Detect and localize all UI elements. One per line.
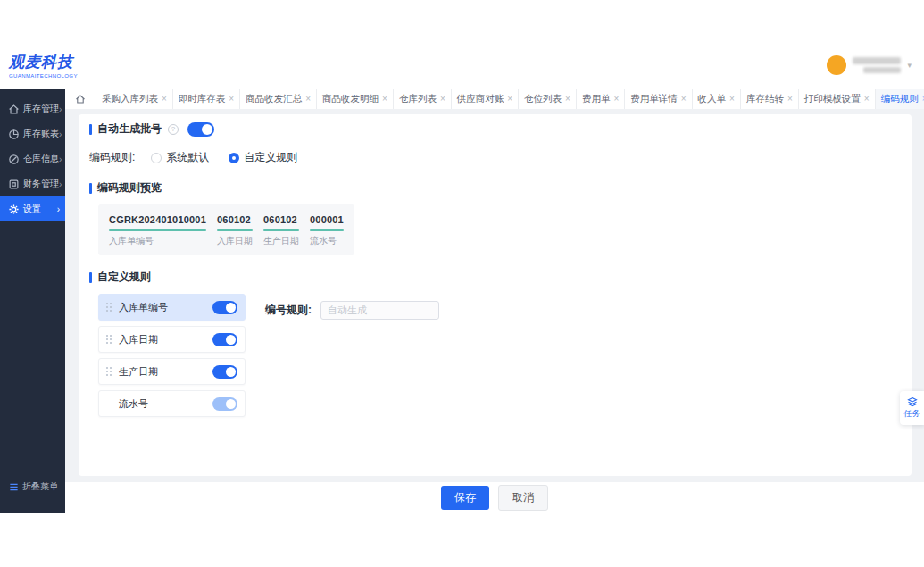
gear-icon bbox=[8, 204, 20, 215]
auto-batch-row: 自动生成批号 ? bbox=[89, 121, 901, 137]
tab[interactable]: 编码规则 × bbox=[875, 89, 924, 109]
chevron-right-icon: › bbox=[57, 204, 60, 214]
segment-underline bbox=[217, 229, 253, 231]
rule-row[interactable]: 入库日期 bbox=[98, 326, 246, 353]
preview-segment: CGRK202401010001 入库单编号 bbox=[109, 214, 206, 247]
sidebar-item-inventory-management[interactable]: 库存管理 › bbox=[0, 96, 65, 121]
ledger-icon bbox=[8, 179, 20, 190]
tab-close-icon[interactable]: × bbox=[729, 95, 735, 104]
preview-segment: 060102 生产日期 bbox=[263, 214, 299, 247]
collapse-menu-icon bbox=[9, 482, 19, 492]
tab-close-icon[interactable]: × bbox=[864, 95, 870, 104]
tab[interactable]: 即时库存表 × bbox=[172, 89, 239, 109]
sidebar-item-warehouse-info[interactable]: 仓库信息 › bbox=[0, 146, 65, 171]
rule-row[interactable]: 生产日期 bbox=[98, 358, 246, 385]
tab[interactable]: 库存结转 × bbox=[740, 89, 798, 109]
sidebar: 库存管理 › 库存账表 › 仓库信息 › 财务管理 › 设置 bbox=[0, 89, 65, 513]
coding-rule-label: 编码规则: bbox=[89, 150, 135, 165]
home-tab-icon bbox=[75, 94, 86, 104]
rule-toggle[interactable] bbox=[212, 397, 237, 411]
chevron-right-icon: › bbox=[59, 104, 62, 114]
home-tab[interactable] bbox=[65, 89, 96, 109]
chevron-down-icon: ▾ bbox=[907, 61, 912, 70]
tab-close-icon[interactable]: × bbox=[162, 95, 167, 104]
sidebar-menu: 库存管理 › 库存账表 › 仓库信息 › 财务管理 › 设置 bbox=[0, 89, 65, 221]
sidebar-item-inventory-ledger[interactable]: 库存账表 › bbox=[0, 121, 65, 146]
chevron-right-icon: › bbox=[59, 154, 62, 164]
radio-icon bbox=[229, 153, 239, 163]
rule-toggle[interactable] bbox=[212, 333, 237, 346]
tab[interactable]: 仓库列表 × bbox=[393, 89, 451, 109]
sidebar-item-finance-management[interactable]: 财务管理 › bbox=[0, 171, 65, 196]
rule-row[interactable]: 入库单编号 bbox=[98, 294, 246, 321]
tab[interactable]: 仓位列表 × bbox=[518, 89, 576, 109]
radio-option[interactable]: 系统默认 bbox=[151, 150, 209, 165]
content-area: 自动生成批号 ? 编码规则: 系统默认 自定义规则 bbox=[65, 109, 924, 513]
pie-chart-icon bbox=[8, 129, 20, 140]
brand-logo: 观麦科技 GUANMAITECHNOLOGY bbox=[9, 52, 89, 79]
help-icon[interactable]: ? bbox=[168, 124, 179, 135]
cancel-button[interactable]: 取消 bbox=[498, 485, 548, 511]
rule-row[interactable]: 流水号 bbox=[98, 390, 246, 417]
tab-close-icon[interactable]: × bbox=[382, 95, 387, 104]
brand-logo-text: 观麦科技 bbox=[9, 52, 89, 72]
coding-rule-radio-group: 系统默认 自定义规则 bbox=[151, 150, 297, 165]
drag-handle-icon[interactable] bbox=[106, 367, 112, 377]
tab[interactable]: 费用单 × bbox=[576, 89, 624, 109]
warehouse-icon bbox=[8, 154, 20, 165]
tab[interactable]: 费用单详情 × bbox=[624, 89, 691, 109]
sidebar-item-settings[interactable]: 设置 › bbox=[0, 196, 65, 221]
tab-close-icon[interactable]: × bbox=[440, 95, 445, 104]
tab[interactable]: 商品收发明细 × bbox=[316, 89, 393, 109]
brand-logo-subtext: GUANMAITECHNOLOGY bbox=[9, 73, 89, 79]
rule-toggle[interactable] bbox=[212, 301, 237, 314]
tab-close-icon[interactable]: × bbox=[787, 95, 793, 104]
number-rule-row: 编号规则: bbox=[265, 299, 439, 321]
rule-list: 入库单编号 入库日期 生产日期 流水号 bbox=[98, 294, 246, 422]
tab[interactable]: 采购入库列表 × bbox=[96, 89, 172, 109]
preview-segment: 060102 入库日期 bbox=[217, 214, 253, 247]
layers-icon bbox=[907, 396, 918, 407]
collapse-menu-label: 折叠菜单 bbox=[22, 480, 58, 493]
avatar[interactable] bbox=[827, 55, 846, 75]
segment-underline bbox=[263, 229, 299, 231]
drag-handle-icon[interactable] bbox=[106, 303, 112, 313]
tab-bar: 采购入库列表 × 即时库存表 × 商品收发汇总 × 商品收发明细 × 仓库列表 … bbox=[65, 89, 924, 109]
auto-batch-toggle[interactable] bbox=[187, 122, 214, 137]
coding-rule-preview-card: CGRK202401010001 入库单编号 060102 入库日期 06010… bbox=[98, 204, 354, 255]
rule-toggle[interactable] bbox=[212, 365, 237, 379]
tab-close-icon[interactable]: × bbox=[305, 95, 311, 104]
tab[interactable]: 供应商对账 × bbox=[451, 89, 518, 109]
task-button[interactable]: 任务 bbox=[900, 391, 924, 425]
number-rule-input[interactable] bbox=[320, 301, 439, 320]
home-icon bbox=[8, 104, 20, 115]
task-button-label: 任务 bbox=[904, 408, 920, 420]
radio-icon bbox=[151, 153, 162, 163]
tab-close-icon[interactable]: × bbox=[229, 95, 234, 104]
custom-section-title: 自定义规则 bbox=[89, 270, 901, 285]
user-account[interactable]: ▾ bbox=[827, 55, 912, 75]
tab[interactable]: 收入单 × bbox=[692, 89, 740, 109]
tab-close-icon[interactable]: × bbox=[681, 95, 687, 104]
preview-segment: 000001 流水号 bbox=[310, 214, 344, 247]
save-button[interactable]: 保存 bbox=[441, 486, 489, 510]
segment-underline bbox=[310, 229, 344, 231]
coding-rule-row: 编码规则: 系统默认 自定义规则 bbox=[89, 150, 901, 165]
tab[interactable]: 打印模板设置 × bbox=[798, 89, 875, 109]
collapse-menu-button[interactable]: 折叠菜单 bbox=[0, 480, 65, 493]
tab-close-icon[interactable]: × bbox=[565, 95, 570, 104]
content-panel: 自动生成批号 ? 编码规则: 系统默认 自定义规则 bbox=[79, 114, 912, 476]
tab-close-icon[interactable]: × bbox=[613, 95, 619, 104]
preview-section-title: 编码规则预览 bbox=[89, 180, 901, 196]
user-name-redacted bbox=[853, 57, 901, 73]
chevron-right-icon: › bbox=[59, 129, 62, 139]
auto-batch-label: 自动生成批号 bbox=[97, 121, 162, 137]
drag-handle-icon[interactable] bbox=[106, 335, 112, 345]
custom-rules-area: 入库单编号 入库日期 生产日期 流水号 bbox=[98, 294, 901, 422]
tab[interactable]: 商品收发汇总 × bbox=[239, 89, 316, 109]
segment-underline bbox=[109, 229, 206, 231]
footer-bar: 保存 取消 bbox=[65, 482, 924, 513]
tab-close-icon[interactable]: × bbox=[507, 95, 512, 104]
app-window: 观麦科技 GUANMAITECHNOLOGY ▾ 库存管理 › 库存账表 › bbox=[0, 0, 924, 567]
radio-option[interactable]: 自定义规则 bbox=[229, 150, 297, 165]
